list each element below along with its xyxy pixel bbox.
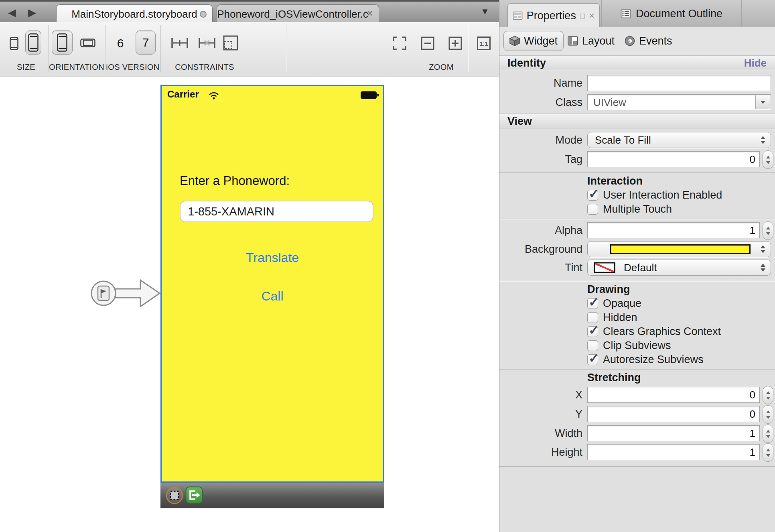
zoom-out-icon[interactable] (421, 37, 434, 50)
phoneword-prompt-label[interactable]: Enter a Phoneword: (180, 174, 290, 188)
size-label: SIZE (0, 62, 52, 72)
tab-label: MainStoryboard.storyboard (71, 8, 197, 20)
iphone-tall-button[interactable] (25, 30, 41, 55)
call-button[interactable]: Call (162, 289, 383, 304)
section-divider (499, 219, 775, 219)
checkbox-label: Clip Subviews (603, 339, 671, 352)
checkbox[interactable] (587, 340, 598, 351)
design-canvas[interactable]: Carrier Enter a Phoneword: Translate Cal… (0, 77, 499, 532)
section-divider (499, 466, 775, 467)
stretch-height-field[interactable] (587, 444, 760, 460)
checkbox-label: Opaque (603, 297, 641, 310)
width-label: Width (555, 425, 582, 441)
events-icon (625, 36, 635, 46)
tab-mainstoryboard[interactable]: MainStoryboard.storyboard (56, 4, 213, 24)
xamarin-designer-window: ◀ ▶ MainStoryboard.storyboard Phoneword_… (0, 0, 775, 532)
properties-tab-label: Properties (527, 10, 576, 22)
interaction-heading: Interaction (587, 175, 643, 187)
tab-properties[interactable]: Properties □ × (507, 3, 600, 28)
update-frames-icon[interactable] (223, 35, 238, 51)
stretch-x-stepper[interactable] (763, 386, 773, 404)
identity-title: Identity (507, 56, 546, 70)
add-constraint-icon[interactable] (171, 37, 189, 49)
user-interaction-enabled-row[interactable]: ✓ User Interaction Enabled (587, 189, 722, 201)
mode-events-button[interactable]: Events (625, 31, 672, 51)
initial-viewcontroller-arrow[interactable] (89, 276, 162, 311)
exit-segue-icon[interactable] (185, 486, 203, 504)
detach-panel-icon[interactable]: □ (580, 11, 585, 20)
tab-viewcontroller[interactable]: Phoneword_iOSViewController.c × (217, 4, 379, 24)
hidden-row[interactable]: Hidden (587, 311, 637, 323)
flag-badge (98, 286, 109, 301)
checkbox[interactable]: ✓ (587, 326, 598, 337)
checkbox-label: User Interaction Enabled (603, 189, 722, 201)
iphone-small-icon[interactable] (10, 37, 18, 50)
mode-popup[interactable]: Scale To Fill (587, 132, 771, 148)
tint-popup[interactable]: Default (587, 260, 771, 276)
checkmark-icon: ✓ (588, 186, 599, 201)
wifi-icon (208, 91, 219, 100)
tint-label: Tint (565, 260, 582, 276)
tab-document-outline[interactable]: Document Outline (601, 0, 742, 27)
mode-layout-button[interactable]: Layout (568, 31, 615, 51)
orientation-label: ORIENTATION (48, 62, 105, 72)
checkbox[interactable]: ✓ (587, 190, 598, 201)
mode-widget-button[interactable]: Widget (503, 31, 564, 51)
opaque-row[interactable]: ✓ Opaque (587, 297, 641, 309)
checkbox-label: Autoresize Subviews (603, 353, 704, 366)
section-divider (499, 281, 775, 281)
tab-overflow-icon[interactable]: ▼ (481, 6, 489, 17)
viewcontroller-bottom-bar (160, 483, 384, 508)
history-forward-button[interactable]: ▶ (25, 6, 39, 19)
stretch-height-stepper[interactable] (763, 443, 773, 462)
class-dropdown-button[interactable] (755, 95, 770, 109)
tag-field[interactable] (587, 151, 760, 167)
document-outline-tab-label: Document Outline (636, 8, 722, 20)
stretch-y-field[interactable] (587, 406, 760, 422)
alpha-field[interactable] (587, 222, 760, 238)
section-divider (499, 173, 775, 173)
mode-value: Scale To Fill (595, 132, 651, 148)
stretch-width-field[interactable] (587, 425, 760, 441)
remove-constraint-icon[interactable] (198, 37, 216, 49)
name-field[interactable] (587, 75, 771, 91)
close-icon[interactable]: × (364, 7, 375, 20)
viewcontroller-handle-icon[interactable] (165, 486, 184, 505)
zoom-actual-size-icon[interactable]: 1:1 (477, 37, 491, 50)
name-label: Name (554, 75, 582, 91)
orientation-portrait-button[interactable] (52, 30, 73, 55)
translate-button[interactable]: Translate (162, 250, 383, 265)
clip-subviews-row[interactable]: Clip Subviews (587, 339, 671, 351)
tag-stepper[interactable] (763, 150, 773, 169)
constraints-label: CONSTRAINTS (160, 62, 249, 72)
checkbox[interactable] (587, 312, 598, 323)
popup-arrows-icon (761, 264, 765, 272)
class-combo[interactable]: UIView (587, 94, 771, 110)
checkbox[interactable]: ✓ (587, 298, 598, 309)
ios-version-7-button[interactable]: 7 (136, 30, 156, 55)
alpha-label: Alpha (555, 222, 582, 238)
stretch-width-stepper[interactable] (763, 424, 773, 443)
hide-link[interactable]: Hide (744, 56, 767, 70)
zoom-fit-icon[interactable] (393, 37, 406, 50)
history-back-button[interactable]: ◀ (5, 6, 19, 19)
background-popup[interactable] (587, 241, 771, 257)
viewcontroller-screen[interactable]: Carrier Enter a Phoneword: Translate Cal… (160, 85, 384, 483)
ios-version-label: iOS VERSION (105, 62, 160, 72)
checkbox[interactable] (587, 204, 598, 215)
zoom-in-icon[interactable] (448, 37, 462, 50)
autoresize-subviews-row[interactable]: ✓ Autoresize Subviews (587, 353, 704, 365)
stretch-y-stepper[interactable] (763, 405, 773, 424)
section-divider (499, 369, 775, 370)
phoneword-input[interactable] (180, 201, 373, 222)
close-panel-icon[interactable]: × (589, 10, 594, 21)
toolbar-divider (286, 25, 286, 72)
alpha-stepper[interactable] (763, 221, 773, 240)
checkbox[interactable]: ✓ (587, 354, 598, 365)
clears-graphics-context-row[interactable]: ✓ Clears Graphics Context (587, 325, 721, 337)
class-value: UIView (593, 95, 626, 110)
ios-version-6-button[interactable]: 6 (114, 37, 127, 50)
stretch-x-field[interactable] (587, 387, 760, 403)
orientation-landscape-icon[interactable] (80, 39, 95, 47)
multiple-touch-row[interactable]: Multiple Touch (587, 203, 672, 215)
